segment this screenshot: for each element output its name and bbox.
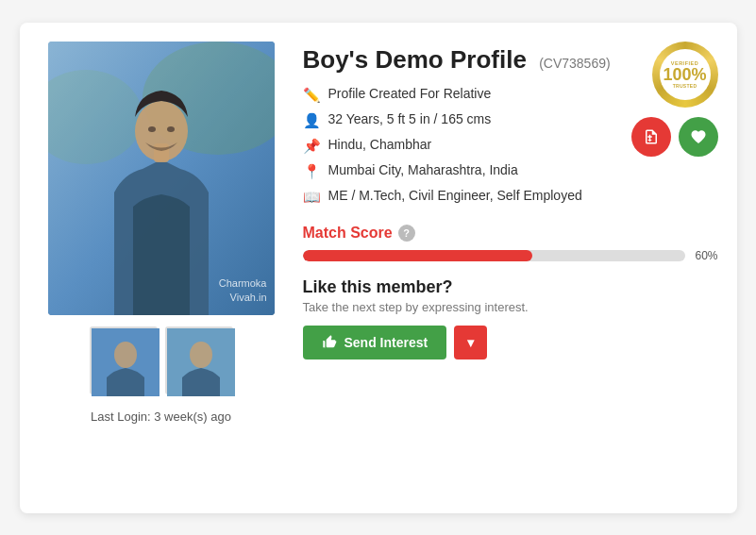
heart-icon (690, 128, 707, 145)
pdf-button[interactable] (631, 117, 671, 157)
pin-icon: 📌 (303, 138, 321, 155)
match-score-header: Match Score ? (303, 225, 718, 242)
info-row-3: 📍 Mumbai City, Maharashtra, India (303, 162, 718, 180)
book-icon: 📖 (303, 189, 321, 206)
like-section: Like this member? Take the next step by … (303, 277, 718, 359)
pencil-icon: ✏️ (303, 87, 321, 104)
main-photo[interactable]: CharmokaVivah.in (48, 42, 275, 315)
send-interest-row: Send Interest ▾ (303, 326, 718, 359)
photo-watermark: CharmokaVivah.in (219, 276, 267, 306)
dropdown-button[interactable]: ▾ (454, 326, 487, 359)
profile-id: (CV738569) (539, 56, 611, 71)
send-interest-label: Send Interest (344, 335, 428, 350)
svg-point-8 (114, 342, 137, 368)
thumbnail-1[interactable] (90, 326, 158, 394)
info-text-3: Mumbai City, Maharashtra, India (328, 162, 518, 177)
score-bar-container (303, 250, 686, 261)
thumbs-up-icon (322, 335, 337, 350)
badge-text-bottom: TRUSTED (673, 83, 697, 89)
heart-button[interactable] (679, 117, 718, 157)
info-text-0: Profile Created For Relative (328, 86, 492, 101)
match-score-section: Match Score ? 60% (303, 225, 718, 262)
like-title: Like this member? (303, 277, 718, 297)
verified-badge: VERIFIED 100% TRUSTED (652, 42, 718, 108)
person-icon: 👤 (303, 112, 321, 129)
thumbnail-2[interactable] (165, 326, 233, 394)
left-column: CharmokaVivah.in Last Login: 3 week(s) a… (39, 42, 284, 494)
badge-percent: 100% (663, 66, 706, 83)
svg-point-5 (148, 126, 156, 132)
last-login-text: Last Login: 3 week(s) ago (91, 410, 231, 424)
profile-card: CharmokaVivah.in Last Login: 3 week(s) a… (20, 23, 737, 513)
location-icon: 📍 (303, 163, 321, 180)
info-row-4: 📖 ME / M.Tech, Civil Engineer, Self Empl… (303, 188, 718, 206)
match-score-label: Match Score (303, 225, 393, 242)
thumbnails (90, 326, 233, 394)
svg-point-6 (167, 126, 175, 132)
profile-name-line2: Profile (450, 45, 527, 74)
pdf-icon (643, 128, 660, 145)
right-column: VERIFIED 100% TRUSTED Boy's Demo Profile… (303, 42, 718, 494)
like-subtitle: Take the next step by expressing interes… (303, 300, 718, 314)
question-mark-icon[interactable]: ? (398, 225, 415, 242)
score-bar-fill (303, 250, 533, 261)
info-text-1: 32 Years, 5 ft 5 in / 165 cms (328, 111, 492, 126)
svg-point-4 (135, 101, 188, 161)
profile-name-line1: Boy's Demo (303, 45, 444, 74)
svg-point-10 (190, 342, 212, 368)
score-percent-label: 60% (695, 249, 717, 262)
score-bar-row: 60% (303, 249, 718, 262)
info-text-2: Hindu, Chambhar (328, 137, 432, 152)
action-icons (631, 117, 718, 157)
info-text-4: ME / M.Tech, Civil Engineer, Self Employ… (328, 188, 582, 203)
send-interest-button[interactable]: Send Interest (303, 326, 447, 359)
